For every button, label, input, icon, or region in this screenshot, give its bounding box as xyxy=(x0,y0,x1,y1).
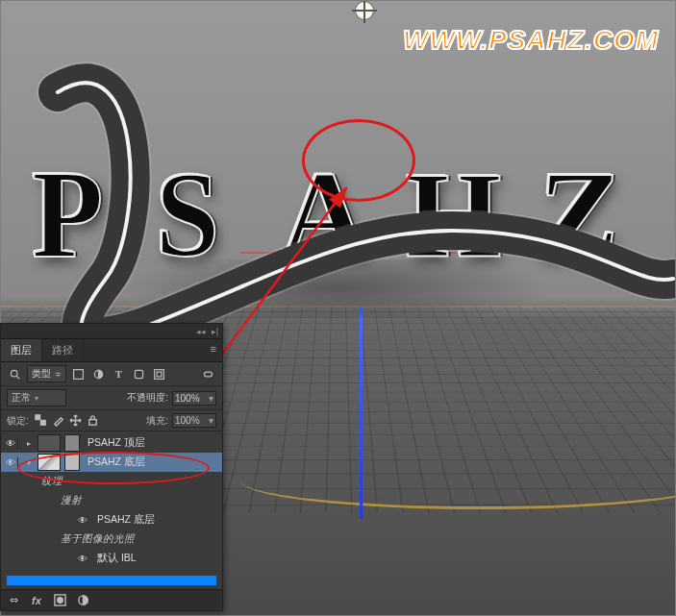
fx-icon[interactable]: fx xyxy=(30,593,43,607)
sub-label: PSAHZ 底层 xyxy=(97,513,155,527)
visibility-icon[interactable]: 👁 xyxy=(5,438,18,449)
panel-footer: ⇔ fx xyxy=(1,589,222,610)
tab-paths[interactable]: 路径 xyxy=(42,339,84,361)
lock-transparency-icon[interactable] xyxy=(35,413,48,428)
panel-status-bar xyxy=(7,576,216,585)
search-icon[interactable] xyxy=(8,367,22,382)
chevron-down-icon: ▾ xyxy=(35,394,38,403)
blend-mode-select[interactable]: 正常 ▾ xyxy=(7,389,66,407)
sub-label: 漫射 xyxy=(61,494,82,507)
letter-z: Z xyxy=(532,142,625,286)
shape-filter-icon[interactable] xyxy=(132,367,146,382)
opacity-label: 不透明度: xyxy=(127,391,168,405)
svg-rect-5 xyxy=(135,370,142,378)
svg-rect-7 xyxy=(157,372,162,377)
layer-sub-diffuse[interactable]: 漫射 xyxy=(1,491,222,510)
sub-label: 默认 IBL xyxy=(97,552,137,565)
visibility-icon[interactable]: 👁 xyxy=(76,515,89,526)
lock-row: 锁定: 填充: 100%▾ xyxy=(1,410,222,431)
filter-kind-label: 类型 xyxy=(32,367,51,381)
lock-all-icon[interactable] xyxy=(87,413,100,428)
blend-row: 正常 ▾ 不透明度: 100%▾ xyxy=(1,386,222,410)
close-icon[interactable]: ▸| xyxy=(212,327,218,336)
visibility-icon[interactable]: 👁 xyxy=(5,457,18,468)
letter-s: S xyxy=(156,146,220,284)
sub-label: 基于图像的光照 xyxy=(61,532,135,546)
layer-mask-thumb xyxy=(64,434,80,452)
axis-z-blue xyxy=(360,308,363,519)
layer-sub-ibl-default[interactable]: 👁 默认 IBL xyxy=(1,549,222,568)
lock-move-icon[interactable] xyxy=(69,413,83,428)
adjust-filter-icon[interactable] xyxy=(91,367,106,382)
svg-rect-10 xyxy=(41,421,46,426)
adjustment-icon[interactable] xyxy=(76,593,89,607)
svg-point-13 xyxy=(57,598,63,604)
watermark-url: WWW.PSAHZ.COM xyxy=(403,25,659,56)
svg-rect-3 xyxy=(74,369,84,379)
pixel-filter-icon[interactable] xyxy=(71,367,86,382)
layer-sub-diffuse-child[interactable]: 👁 PSAHZ 底层 xyxy=(1,510,222,530)
svg-line-2 xyxy=(16,376,19,379)
layer-row-top[interactable]: 👁 ▸ PSAHZ 顶层 xyxy=(1,433,222,453)
visibility-icon[interactable]: 👁 xyxy=(76,554,89,564)
panel-menu-icon[interactable]: ≡ xyxy=(205,339,222,361)
smart-filter-icon[interactable] xyxy=(152,367,166,382)
layer-filter-row: 类型 ≑ T xyxy=(1,362,222,386)
letter-p: P xyxy=(32,140,103,287)
fill-label: 填充: xyxy=(146,414,168,428)
svg-rect-8 xyxy=(204,372,212,377)
lock-paint-icon[interactable] xyxy=(52,413,65,428)
annotation-circle xyxy=(302,119,415,202)
layer-sub-ibl-group[interactable]: 基于图像的光照 xyxy=(1,530,222,549)
fill-input[interactable]: 100%▾ xyxy=(172,413,216,428)
letter-h: H xyxy=(406,144,502,285)
svg-point-1 xyxy=(11,370,17,377)
mask-icon[interactable] xyxy=(53,593,66,607)
filter-toggle-icon[interactable] xyxy=(201,367,215,382)
filter-kind-select[interactable]: 类型 ≑ xyxy=(27,365,66,382)
chevron-updown-icon: ≑ xyxy=(55,370,62,379)
svg-rect-9 xyxy=(36,415,40,420)
sun-target-icon[interactable] xyxy=(356,2,373,19)
svg-rect-11 xyxy=(89,420,96,426)
annotation-ellipse xyxy=(17,452,210,484)
blend-mode-value: 正常 xyxy=(12,391,31,405)
disclosure-icon[interactable]: ▸ xyxy=(24,439,34,448)
collapse-icon[interactable]: ◂◂ xyxy=(196,327,206,336)
layer-thumb xyxy=(38,434,61,452)
panel-tabs: 图层 路径 ≡ xyxy=(1,339,222,362)
type-filter-icon[interactable]: T xyxy=(112,367,126,382)
opacity-value: 100% xyxy=(175,393,200,404)
svg-rect-6 xyxy=(155,369,164,379)
opacity-input[interactable]: 100%▾ xyxy=(172,391,216,406)
tab-layers[interactable]: 图层 xyxy=(1,339,42,361)
panel-titlebar[interactable]: ◂◂ ▸| xyxy=(1,324,222,339)
link-layers-icon[interactable]: ⇔ xyxy=(7,593,20,607)
layer-name: PSAHZ 顶层 xyxy=(88,436,145,450)
fill-value: 100% xyxy=(175,415,200,426)
lock-label: 锁定: xyxy=(7,414,29,428)
